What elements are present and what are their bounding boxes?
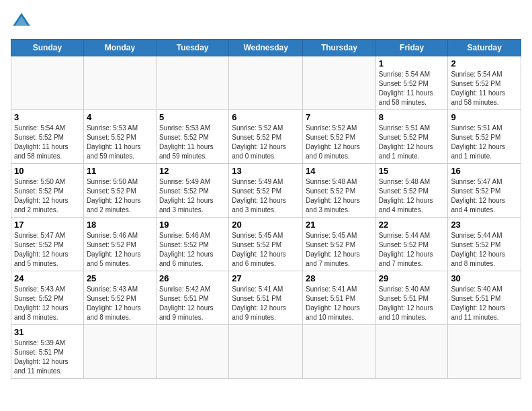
calendar-cell: 21Sunrise: 5:45 AM Sunset: 5:52 PM Dayli… (303, 218, 376, 271)
day-number: 3 (14, 112, 81, 122)
page-container: SundayMondayTuesdayWednesdayThursdayFrid… (11, 11, 521, 379)
logo (11, 11, 35, 32)
calendar-cell: 10Sunrise: 5:50 AM Sunset: 5:52 PM Dayli… (11, 164, 84, 218)
day-number: 9 (451, 112, 518, 122)
day-info: Sunrise: 5:48 AM Sunset: 5:52 PM Dayligh… (306, 177, 373, 215)
calendar-cell: 5Sunrise: 5:53 AM Sunset: 5:52 PM Daylig… (156, 110, 228, 164)
calendar-week-4: 24Sunrise: 5:43 AM Sunset: 5:52 PM Dayli… (11, 271, 521, 325)
calendar-cell (156, 56, 228, 110)
calendar-cell: 24Sunrise: 5:43 AM Sunset: 5:52 PM Dayli… (11, 271, 84, 325)
day-number: 31 (14, 327, 81, 337)
day-info: Sunrise: 5:41 AM Sunset: 5:51 PM Dayligh… (232, 285, 300, 322)
day-info: Sunrise: 5:54 AM Sunset: 5:52 PM Dayligh… (451, 70, 518, 107)
day-info: Sunrise: 5:51 AM Sunset: 5:52 PM Dayligh… (451, 124, 518, 161)
day-number: 29 (379, 273, 445, 283)
calendar-cell: 23Sunrise: 5:44 AM Sunset: 5:52 PM Dayli… (448, 218, 521, 271)
calendar-week-5: 31Sunrise: 5:39 AM Sunset: 5:51 PM Dayli… (11, 325, 521, 379)
day-number: 2 (451, 58, 518, 68)
calendar-cell: 17Sunrise: 5:47 AM Sunset: 5:52 PM Dayli… (11, 218, 84, 271)
day-number: 5 (159, 112, 226, 122)
weekday-header-monday: Monday (83, 40, 156, 56)
day-number: 16 (451, 166, 518, 176)
weekday-header-friday: Friday (375, 40, 448, 56)
day-info: Sunrise: 5:54 AM Sunset: 5:52 PM Dayligh… (379, 70, 445, 107)
calendar-cell (303, 325, 376, 379)
weekday-header-thursday: Thursday (303, 40, 376, 56)
day-number: 12 (159, 166, 226, 176)
day-number: 22 (379, 220, 445, 230)
day-number: 4 (87, 112, 153, 122)
calendar-cell: 2Sunrise: 5:54 AM Sunset: 5:52 PM Daylig… (448, 56, 521, 110)
calendar-week-3: 17Sunrise: 5:47 AM Sunset: 5:52 PM Dayli… (11, 218, 521, 271)
day-info: Sunrise: 5:47 AM Sunset: 5:52 PM Dayligh… (451, 177, 518, 215)
day-info: Sunrise: 5:39 AM Sunset: 5:51 PM Dayligh… (14, 338, 81, 376)
calendar-week-0: 1Sunrise: 5:54 AM Sunset: 5:52 PM Daylig… (11, 56, 521, 110)
day-number: 14 (306, 166, 373, 176)
calendar-cell: 6Sunrise: 5:52 AM Sunset: 5:52 PM Daylig… (229, 110, 303, 164)
calendar-cell (83, 56, 156, 110)
calendar-week-2: 10Sunrise: 5:50 AM Sunset: 5:52 PM Dayli… (11, 164, 521, 218)
weekday-header-wednesday: Wednesday (229, 40, 303, 56)
calendar-cell: 25Sunrise: 5:43 AM Sunset: 5:52 PM Dayli… (83, 271, 156, 325)
calendar-cell: 26Sunrise: 5:42 AM Sunset: 5:51 PM Dayli… (156, 271, 228, 325)
calendar-cell: 13Sunrise: 5:49 AM Sunset: 5:52 PM Dayli… (229, 164, 303, 218)
day-number: 10 (14, 166, 81, 176)
day-info: Sunrise: 5:43 AM Sunset: 5:52 PM Dayligh… (87, 285, 153, 322)
calendar-cell: 12Sunrise: 5:49 AM Sunset: 5:52 PM Dayli… (156, 164, 228, 218)
day-number: 11 (87, 166, 153, 176)
calendar-cell (156, 325, 228, 379)
day-number: 20 (232, 220, 300, 230)
day-number: 21 (306, 220, 373, 230)
calendar-cell: 1Sunrise: 5:54 AM Sunset: 5:52 PM Daylig… (375, 56, 448, 110)
day-info: Sunrise: 5:49 AM Sunset: 5:52 PM Dayligh… (159, 177, 226, 215)
calendar-cell (303, 56, 376, 110)
calendar-cell: 28Sunrise: 5:41 AM Sunset: 5:51 PM Dayli… (303, 271, 376, 325)
calendar-cell (83, 325, 156, 379)
day-info: Sunrise: 5:44 AM Sunset: 5:52 PM Dayligh… (451, 231, 518, 269)
day-info: Sunrise: 5:45 AM Sunset: 5:52 PM Dayligh… (232, 231, 300, 269)
logo-icon (11, 11, 32, 32)
calendar-cell: 31Sunrise: 5:39 AM Sunset: 5:51 PM Dayli… (11, 325, 84, 379)
weekday-header-row: SundayMondayTuesdayWednesdayThursdayFrid… (11, 40, 521, 56)
day-info: Sunrise: 5:54 AM Sunset: 5:52 PM Dayligh… (14, 124, 81, 161)
day-info: Sunrise: 5:50 AM Sunset: 5:52 PM Dayligh… (87, 177, 153, 215)
day-info: Sunrise: 5:43 AM Sunset: 5:52 PM Dayligh… (14, 285, 81, 322)
day-info: Sunrise: 5:41 AM Sunset: 5:51 PM Dayligh… (306, 285, 373, 322)
calendar-cell: 9Sunrise: 5:51 AM Sunset: 5:52 PM Daylig… (448, 110, 521, 164)
day-info: Sunrise: 5:40 AM Sunset: 5:51 PM Dayligh… (379, 285, 445, 322)
day-number: 27 (232, 273, 300, 283)
day-number: 23 (451, 220, 518, 230)
day-number: 25 (87, 273, 153, 283)
calendar-week-1: 3Sunrise: 5:54 AM Sunset: 5:52 PM Daylig… (11, 110, 521, 164)
calendar-cell: 22Sunrise: 5:44 AM Sunset: 5:52 PM Dayli… (375, 218, 448, 271)
calendar-cell: 20Sunrise: 5:45 AM Sunset: 5:52 PM Dayli… (229, 218, 303, 271)
weekday-header-tuesday: Tuesday (156, 40, 228, 56)
calendar-cell: 8Sunrise: 5:51 AM Sunset: 5:52 PM Daylig… (375, 110, 448, 164)
day-number: 8 (379, 112, 445, 122)
calendar-cell: 27Sunrise: 5:41 AM Sunset: 5:51 PM Dayli… (229, 271, 303, 325)
day-number: 17 (14, 220, 81, 230)
day-info: Sunrise: 5:52 AM Sunset: 5:52 PM Dayligh… (306, 124, 373, 161)
header (11, 11, 521, 32)
calendar-cell (448, 325, 521, 379)
calendar-cell: 7Sunrise: 5:52 AM Sunset: 5:52 PM Daylig… (303, 110, 376, 164)
calendar-table: SundayMondayTuesdayWednesdayThursdayFrid… (11, 39, 521, 379)
day-info: Sunrise: 5:40 AM Sunset: 5:51 PM Dayligh… (451, 285, 518, 322)
weekday-header-sunday: Sunday (11, 40, 84, 56)
day-number: 24 (14, 273, 81, 283)
day-info: Sunrise: 5:53 AM Sunset: 5:52 PM Dayligh… (87, 124, 153, 161)
day-info: Sunrise: 5:46 AM Sunset: 5:52 PM Dayligh… (159, 231, 226, 269)
day-info: Sunrise: 5:51 AM Sunset: 5:52 PM Dayligh… (379, 124, 445, 161)
day-info: Sunrise: 5:47 AM Sunset: 5:52 PM Dayligh… (14, 231, 81, 269)
day-number: 1 (379, 58, 445, 68)
day-info: Sunrise: 5:44 AM Sunset: 5:52 PM Dayligh… (379, 231, 445, 269)
day-number: 7 (306, 112, 373, 122)
day-number: 18 (87, 220, 153, 230)
day-info: Sunrise: 5:52 AM Sunset: 5:52 PM Dayligh… (232, 124, 300, 161)
day-info: Sunrise: 5:45 AM Sunset: 5:52 PM Dayligh… (306, 231, 373, 269)
day-info: Sunrise: 5:48 AM Sunset: 5:52 PM Dayligh… (379, 177, 445, 215)
calendar-cell: 29Sunrise: 5:40 AM Sunset: 5:51 PM Dayli… (375, 271, 448, 325)
calendar-cell: 11Sunrise: 5:50 AM Sunset: 5:52 PM Dayli… (83, 164, 156, 218)
calendar-cell: 15Sunrise: 5:48 AM Sunset: 5:52 PM Dayli… (375, 164, 448, 218)
weekday-header-saturday: Saturday (448, 40, 521, 56)
